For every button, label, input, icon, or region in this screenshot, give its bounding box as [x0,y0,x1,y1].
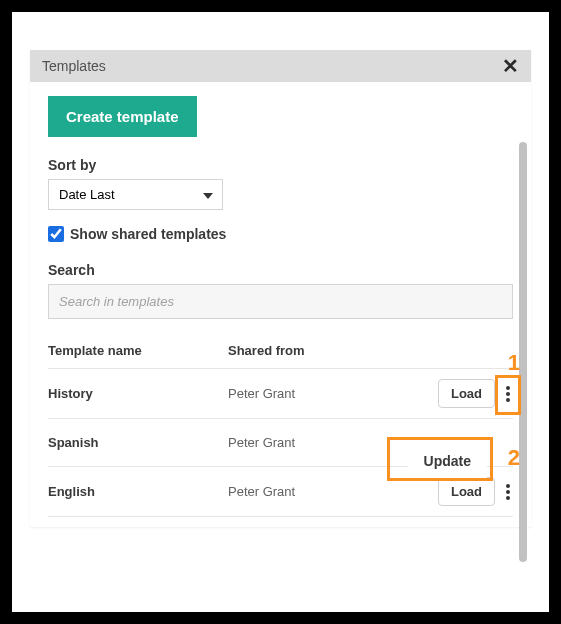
template-shared-from: Peter Grant [228,484,417,499]
template-name: English [48,484,228,499]
table-row: History Peter Grant Load 1 [48,369,513,419]
panel-title: Templates [42,58,106,74]
create-template-button[interactable]: Create template [48,96,197,137]
templates-panel: Templates ✕ Create template Sort by Date… [30,50,531,527]
panel-header: Templates ✕ [30,50,531,82]
show-shared-checkbox[interactable] [48,226,64,242]
template-shared-from: Peter Grant [228,435,417,450]
sort-select-wrap: Date Last [48,179,223,210]
annotation-number-1: 1 [508,350,520,376]
load-button[interactable]: Load [438,379,495,408]
search-label: Search [48,262,513,278]
panel-body: Create template Sort by Date Last Show s… [30,82,531,527]
template-name: Spanish [48,435,228,450]
close-icon[interactable]: ✕ [502,56,519,76]
row-actions: Load 1 [417,379,513,408]
show-shared-label: Show shared templates [70,226,226,242]
show-shared-row: Show shared templates [48,226,513,242]
sort-select[interactable]: Date Last [48,179,223,210]
table-header: Template name Shared from [48,343,513,369]
row-actions: Load [417,477,513,506]
more-icon[interactable] [503,478,513,506]
scrollbar[interactable] [519,142,527,562]
window-frame: Templates ✕ Create template Sort by Date… [0,0,561,624]
col-header-shared: Shared from [228,343,513,358]
col-header-name: Template name [48,343,228,358]
sort-label: Sort by [48,157,513,173]
search-input[interactable] [48,284,513,319]
load-button[interactable]: Load [438,477,495,506]
more-icon[interactable] [503,380,513,408]
table-row: Spanish Peter Grant Update 2 [48,419,513,467]
annotation-number-2: 2 [508,445,520,471]
update-menu-item[interactable]: Update [408,443,487,479]
template-name: History [48,386,228,401]
template-shared-from: Peter Grant [228,386,417,401]
